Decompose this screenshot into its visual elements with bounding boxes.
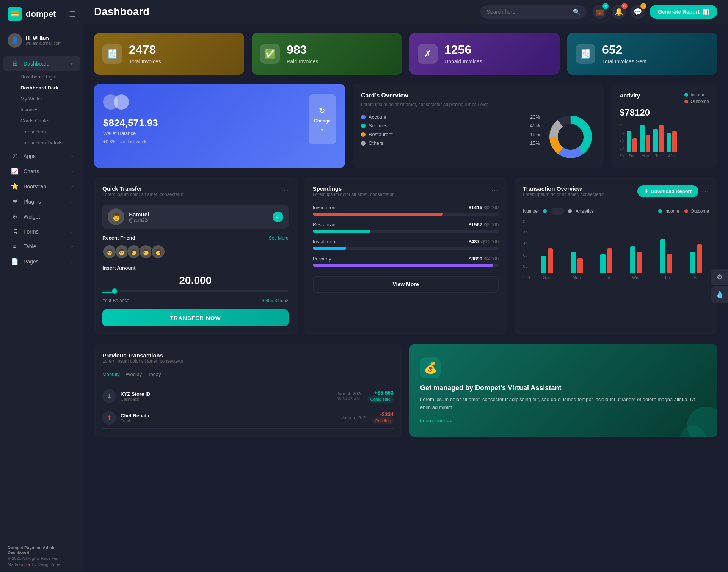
notifications-badge: 12 xyxy=(621,3,628,9)
view-more-button[interactable]: View More xyxy=(313,276,499,293)
spendings-menu[interactable]: ⋯ xyxy=(491,185,499,194)
transfer-now-button[interactable]: TRANSFER NOW xyxy=(102,309,289,326)
generate-report-label: Generate Report xyxy=(658,9,700,15)
cards-legend: Account 20% Services 40% Restaurant xyxy=(361,114,540,160)
filter-dot-green xyxy=(543,209,547,213)
services-pct: 40% xyxy=(530,123,540,129)
wallet-card-inner: $824,571.93 Wallet Balance +0.8% than la… xyxy=(103,94,336,144)
investment-fill xyxy=(313,213,443,216)
tx-overview-title: Transaction Overview xyxy=(523,185,604,192)
settings-fab[interactable]: ⚙ xyxy=(711,269,728,285)
tx-xyz-info: XYZ Store ID Cashback xyxy=(121,391,332,401)
outcome-bar-tue xyxy=(659,125,664,152)
download-icon: ⬇ xyxy=(644,188,648,194)
sidebar-item-pages[interactable]: 📄 Pages › xyxy=(3,254,80,269)
tab-monthly[interactable]: Monthly xyxy=(102,371,120,379)
amount-slider[interactable] xyxy=(102,290,289,293)
bar-group-wed: Wed xyxy=(667,131,677,158)
change-label: Change xyxy=(314,118,331,124)
services-dot xyxy=(361,124,366,128)
balance-row: Your Balance $ 456,345.62 xyxy=(102,298,289,303)
tx-bar-pair-wed xyxy=(623,246,650,273)
sidebar-item-transaction[interactable]: Transaction xyxy=(0,126,83,137)
activity-chart: 80 60 40 20 0 Sun xyxy=(620,124,709,158)
bar-group-mon: Mon xyxy=(640,125,650,158)
tx-label-sun: Sun xyxy=(543,275,551,280)
quick-transfer-title-group: Quick Transfer Lorem ipsum dolor sit ame… xyxy=(102,185,183,203)
tx-label-thu: Thu xyxy=(662,275,670,280)
tx-label-fri: Fri xyxy=(693,275,698,280)
notifications-button[interactable]: 🔔 12 xyxy=(612,5,626,19)
page-title: Dashboard xyxy=(94,6,474,18)
outcome-dot xyxy=(684,100,688,103)
middle-row: $824,571.93 Wallet Balance +0.8% than la… xyxy=(94,84,717,168)
chart-icon: 📊 xyxy=(703,9,709,15)
recent-avatar-5[interactable]: 👩 xyxy=(151,244,165,259)
tx-xyz-amount-group: +$5,553 Completed xyxy=(367,390,394,403)
spendings-desc: Lorem ipsum dolor sit amet, consectetur xyxy=(313,192,394,197)
sidebar-item-apps[interactable]: ① Apps › xyxy=(3,149,80,163)
paid-invoices-label: Paid Invoices xyxy=(287,58,318,64)
sidebar-item-table[interactable]: ≡ Table › xyxy=(3,239,80,254)
restaurant-label: Restaurant xyxy=(369,132,530,137)
spending-investment-header: Investment $1415 /$2000 xyxy=(313,205,499,210)
activity-legend: Income Outcome xyxy=(684,92,709,104)
generate-report-button[interactable]: Generate Report 📊 xyxy=(650,5,717,19)
sidebar-item-bootstrap[interactable]: ⭐ Bootstrap › xyxy=(3,179,80,194)
tab-weekly[interactable]: Weekly xyxy=(126,371,142,379)
greeting: Hi, William xyxy=(26,36,61,41)
tx-bar-mon: Mon xyxy=(563,252,590,280)
sidebar-item-dashboard-dark[interactable]: Dashboard Dark xyxy=(0,82,83,93)
bar-group-tue: Tue xyxy=(653,125,664,158)
sidebar-bootstrap-label: Bootstrap xyxy=(24,183,46,190)
wallet-card: $824,571.93 Wallet Balance +0.8% than la… xyxy=(94,84,345,168)
outcome-legend-tx: Outcome xyxy=(684,208,709,214)
unpaid-invoices-label: Unpaid Invoices xyxy=(444,58,482,64)
account-dot xyxy=(361,115,366,119)
sidebar-item-forms[interactable]: 🖨 Forms › xyxy=(3,224,80,239)
income-bar-tx-tue xyxy=(600,254,606,273)
va-learn-more-link[interactable]: Learn more >> xyxy=(420,418,707,423)
outcome-bar-wed xyxy=(672,131,677,152)
theme-fab[interactable]: 💧 xyxy=(711,286,728,303)
legend-item-restaurant: Restaurant 15% xyxy=(361,132,540,137)
sidebar-item-plugins[interactable]: ❤ Plugins › xyxy=(3,194,80,209)
activity-title: Activity xyxy=(620,92,640,99)
wallet-change-button[interactable]: ↻ Change ▾ xyxy=(309,94,336,144)
outcome-dot-tx xyxy=(684,209,688,213)
sidebar-item-dashboard-light[interactable]: Dashboard Light xyxy=(0,71,83,82)
sidebar-item-invoices[interactable]: Invoices xyxy=(0,104,83,115)
filter-number-label: Number xyxy=(523,208,539,214)
tx-overview-menu[interactable]: ⋯ xyxy=(701,187,709,196)
outcome-legend: Outcome xyxy=(684,99,709,104)
sidebar-item-dashboard[interactable]: ⊞ Dashboard ▾ xyxy=(3,56,80,71)
sidebar-item-cards-center[interactable]: Cards Center xyxy=(0,115,83,126)
fab-container: ⚙ 💧 xyxy=(711,269,728,304)
hamburger-menu[interactable]: ☰ xyxy=(69,9,76,19)
tab-today[interactable]: Today xyxy=(148,371,161,379)
spending-property: Property $3890 /$4000 xyxy=(313,256,499,267)
view-more-label: View More xyxy=(392,281,419,287)
download-report-button[interactable]: ⬇ Download Report xyxy=(637,185,698,197)
briefcase-button[interactable]: 💼 2 xyxy=(593,5,607,19)
transfer-btn-label: TRANSFER NOW xyxy=(170,315,221,321)
quick-transfer-menu[interactable]: ⋯ xyxy=(281,185,289,194)
profile-info: Hi, William william@gmail.com xyxy=(26,36,61,45)
sidebar-item-my-wallet[interactable]: My Wallet xyxy=(0,93,83,104)
sidebar-item-transaction-details[interactable]: Transaction Details xyxy=(0,137,83,148)
person-info: Samuel @sum224 xyxy=(129,211,150,223)
table-icon: ≡ xyxy=(11,243,19,250)
messages-button[interactable]: 💬 5 xyxy=(631,5,645,19)
chevron-right-icon: › xyxy=(71,154,73,159)
sidebar-item-widget[interactable]: ⚙ Widget xyxy=(3,209,80,224)
see-more-link[interactable]: See More xyxy=(269,235,289,241)
paid-invoices-value: 983 xyxy=(287,43,318,56)
tx-chef-info: Chef Renata Food xyxy=(121,413,337,423)
filter-toggle[interactable] xyxy=(551,208,564,215)
sidebar-item-charts[interactable]: 📈 Charts › xyxy=(3,164,80,179)
recent-header: Recent Friend See More xyxy=(102,235,289,241)
search-input[interactable] xyxy=(486,9,569,15)
account-label: Account xyxy=(369,114,530,120)
unpaid-invoices-info: 1256 Unpaid Invoices xyxy=(444,43,482,64)
outcome-bar-tx-tue xyxy=(607,248,612,273)
